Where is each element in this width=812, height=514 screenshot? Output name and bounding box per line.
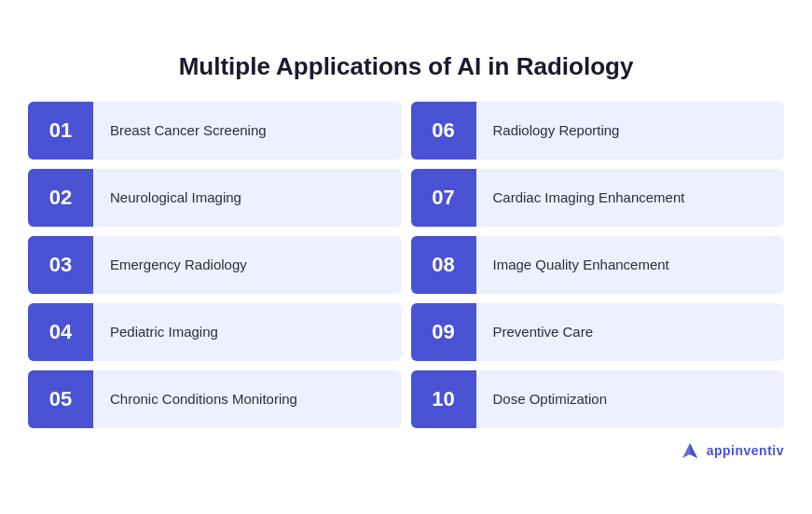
list-item: 01Breast Cancer Screening: [28, 102, 402, 160]
item-label: Image Quality Enhancement: [476, 246, 686, 284]
list-item: 07Cardiac Imaging Enhancement: [411, 169, 785, 227]
item-number: 03: [28, 236, 93, 294]
item-label: Radiology Reporting: [476, 112, 637, 149]
list-item: 09Preventive Care: [411, 303, 785, 361]
item-label: Pediatric Imaging: [93, 313, 235, 351]
list-item: 08Image Quality Enhancement: [411, 236, 785, 294]
appinventiv-logo-text: appinventiv: [707, 443, 784, 458]
items-grid: 01Breast Cancer Screening06Radiology Rep…: [28, 102, 784, 428]
item-number: 07: [411, 169, 476, 227]
item-number: 08: [411, 236, 476, 294]
item-number: 02: [28, 169, 93, 227]
footer: appinventiv: [28, 439, 784, 462]
item-label: Chronic Conditions Monitoring: [93, 381, 314, 418]
item-number: 06: [411, 102, 476, 160]
list-item: 04Pediatric Imaging: [28, 303, 402, 361]
list-item: 06Radiology Reporting: [411, 102, 785, 160]
svg-marker-1: [690, 443, 697, 458]
item-number: 05: [28, 370, 93, 428]
item-number: 10: [411, 370, 476, 428]
item-label: Cardiac Imaging Enhancement: [476, 179, 702, 216]
page-title: Multiple Applications of AI in Radiology: [179, 52, 634, 81]
appinventiv-logo-icon: [679, 439, 701, 462]
item-label: Neurological Imaging: [93, 179, 258, 216]
item-number: 01: [28, 102, 93, 160]
item-number: 04: [28, 303, 93, 361]
item-label: Preventive Care: [476, 313, 611, 351]
item-number: 09: [411, 303, 476, 361]
list-item: 05Chronic Conditions Monitoring: [28, 370, 402, 428]
item-label: Breast Cancer Screening: [93, 112, 283, 149]
list-item: 10Dose Optimization: [411, 370, 785, 428]
item-label: Emergency Radiology: [93, 246, 264, 284]
list-item: 02Neurological Imaging: [28, 169, 402, 227]
list-item: 03Emergency Radiology: [28, 236, 402, 294]
item-label: Dose Optimization: [476, 381, 625, 418]
